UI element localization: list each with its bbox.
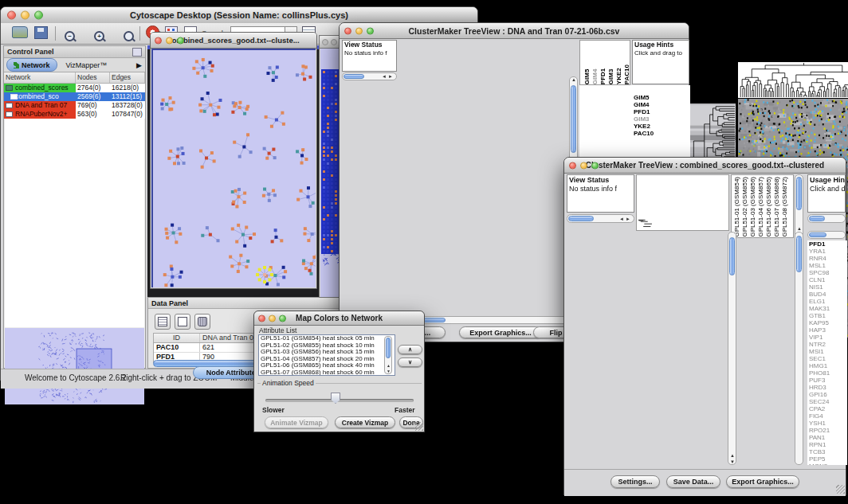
- zoom-window-icon[interactable]: [279, 315, 286, 322]
- status-scrollbar[interactable]: ◄►: [342, 72, 397, 80]
- resize-grip[interactable]: [414, 422, 423, 431]
- gene-list[interactable]: PFD1YRA1RNR4MSL1SPC98CLN1NIS1BUD4ELG1MAK…: [807, 240, 847, 465]
- zoom-in-icon[interactable]: +: [94, 31, 104, 41]
- network-view-window: combined_scores_good.txt--cluste...: [150, 32, 317, 289]
- zoom-window-icon[interactable]: [591, 162, 599, 169]
- birdseye-overview[interactable]: [5, 328, 144, 404]
- column-label: GPL51-03 (GSM856): [749, 177, 757, 237]
- network-row-icon: [6, 103, 13, 108]
- column-label: PAC10: [623, 64, 631, 84]
- table-icon[interactable]: [155, 314, 171, 330]
- minimize-icon[interactable]: [580, 162, 587, 169]
- treeview2-title: ClusterMaker TreeView : combined_scores_…: [586, 161, 824, 170]
- export-graphics-button[interactable]: Export Graphics...: [459, 326, 542, 338]
- status-scrollbar[interactable]: ◄►: [567, 214, 634, 223]
- heatmap-horizontal-scrollbar[interactable]: [399, 316, 570, 324]
- genelist-scrollbar[interactable]: [807, 231, 846, 239]
- float-panel-icon[interactable]: [132, 48, 142, 57]
- heatmap-vertical-scrollbar[interactable]: ▲ ▼: [728, 232, 736, 465]
- network-table-row[interactable]: combined_scores 2764(0) 16218(0): [4, 84, 145, 92]
- close-icon[interactable]: [322, 39, 328, 45]
- network-canvas[interactable]: [151, 49, 316, 287]
- usage-hints-box: Usage HintsClick and drag to: [632, 40, 689, 84]
- minimize-icon[interactable]: [166, 37, 173, 44]
- network-window-title: combined_scores_good.txt--cluste...: [167, 36, 299, 45]
- attribute-item[interactable]: GPL51-07 (GSM868) heat shock 60 min: [261, 369, 395, 376]
- gene-label: BUD4: [809, 291, 847, 298]
- attribute-list-scrollbar[interactable]: ▲ ▼: [384, 336, 392, 374]
- delete-attribute-icon[interactable]: [194, 314, 210, 330]
- column-label: YKE2: [615, 64, 623, 84]
- minimize-icon[interactable]: [331, 39, 337, 45]
- scroll-arrows-icon[interactable]: ◄►: [619, 217, 632, 221]
- gene-label: PAC10: [634, 130, 681, 137]
- gene-label: PFD1: [809, 240, 847, 248]
- column-label: GPL51-07 (GSM868): [773, 177, 781, 237]
- window-controls[interactable]: [7, 11, 43, 20]
- matrix-gene-list: GIM5GIM4PFD1GIM3YKE2PAC10: [632, 94, 681, 140]
- new-attribute-icon[interactable]: [175, 314, 190, 330]
- column-label: GPL51-08 (GSM872): [781, 177, 789, 237]
- close-icon[interactable]: [258, 315, 265, 322]
- gene-label: MSI1: [809, 348, 847, 355]
- gene-label: GTB1: [809, 312, 847, 319]
- export-graphics-button[interactable]: Export Graphics...: [726, 475, 799, 488]
- detail-vertical-scrollbar[interactable]: [795, 232, 803, 465]
- column-label: GPL51-01 (GSM854): [733, 177, 741, 237]
- save-icon[interactable]: [34, 26, 48, 39]
- column-dendrogram[interactable]: [738, 62, 848, 98]
- animate-vizmap-button[interactable]: Animate Vizmap: [265, 416, 328, 428]
- gene-label: YSH1: [809, 420, 847, 427]
- column-labels-panel: GPL51-01 (GSM854)GPL51-02 (GSM855)GPL51-…: [731, 174, 794, 238]
- tab-vizmapper[interactable]: VizMapper™: [60, 59, 114, 71]
- tab-network[interactable]: Network: [6, 58, 57, 72]
- minimize-icon[interactable]: [355, 27, 363, 34]
- attribute-list[interactable]: GPL51-01 (GSM854) heat shock 05 minGPL51…: [258, 334, 395, 376]
- gene-label: HAP3: [809, 326, 847, 334]
- gene-label: GIM4: [634, 101, 681, 108]
- zoom-out-icon[interactable]: −: [65, 31, 75, 41]
- close-icon[interactable]: [344, 27, 351, 34]
- gene-label: RPN1: [809, 441, 847, 448]
- zoom-window-icon[interactable]: [367, 27, 374, 34]
- gene-label: ELG1: [809, 298, 847, 305]
- gene-label: MON2: [809, 463, 847, 465]
- gene-label: VIP1: [809, 334, 847, 341]
- dialog-title: Map Colors to Network: [296, 314, 383, 322]
- resize-grip[interactable]: [836, 485, 845, 494]
- column-label: GPL51-04 (GSM857): [757, 177, 765, 237]
- open-file-icon[interactable]: [12, 26, 28, 38]
- main-titlebar[interactable]: Cytoscape Desktop (Session Name: collins…: [1, 7, 477, 24]
- network-table-row[interactable]: combined_sco 2569(6) 13112(15): [4, 92, 145, 101]
- gene-label: RNR4: [809, 255, 847, 262]
- move-down-button[interactable]: ∨: [398, 357, 422, 367]
- minimize-icon[interactable]: [21, 11, 29, 20]
- desktop-gap: [425, 342, 565, 504]
- create-vizmap-button[interactable]: Create Vizmap: [335, 416, 395, 428]
- network-table-row[interactable]: RNAPuberNov2+ 563(0) 107847(0): [4, 110, 145, 119]
- move-up-button[interactable]: ∧: [398, 345, 422, 354]
- zoom-window-icon[interactable]: [34, 11, 43, 20]
- close-icon[interactable]: [569, 162, 576, 169]
- tab-overflow-button[interactable]: ▶: [133, 59, 145, 71]
- zoom-fit-icon[interactable]: [124, 31, 134, 41]
- close-icon[interactable]: [155, 37, 162, 44]
- network-table-row[interactable]: DNA and Tran 07 769(0) 183728(0): [4, 101, 145, 110]
- scroll-arrows-icon[interactable]: ◄►: [382, 74, 395, 79]
- gene-label: FIG4: [809, 412, 847, 420]
- map-colors-dialog: Map Colors to Network Attribute List GPL…: [253, 311, 425, 432]
- faster-label: Faster: [395, 406, 415, 414]
- gene-label: SEC1: [809, 355, 847, 362]
- zoom-window-icon[interactable]: [177, 37, 184, 44]
- gene-label: GIM5: [634, 94, 681, 101]
- status-welcome: Welcome to Cytoscape 2.6.2: [25, 373, 127, 382]
- settings-button[interactable]: Settings...: [610, 475, 660, 488]
- gene-label: HRD3: [809, 384, 847, 391]
- close-icon[interactable]: [7, 11, 16, 20]
- gene-label: YRA1: [809, 248, 847, 255]
- save-data-button[interactable]: Save Data...: [666, 475, 720, 488]
- labels-scrollbar[interactable]: ▲ ▼: [795, 174, 803, 238]
- usage-scrollbar[interactable]: [807, 214, 846, 223]
- dendrogram-marks: [637, 175, 728, 230]
- minimize-icon[interactable]: [269, 315, 276, 322]
